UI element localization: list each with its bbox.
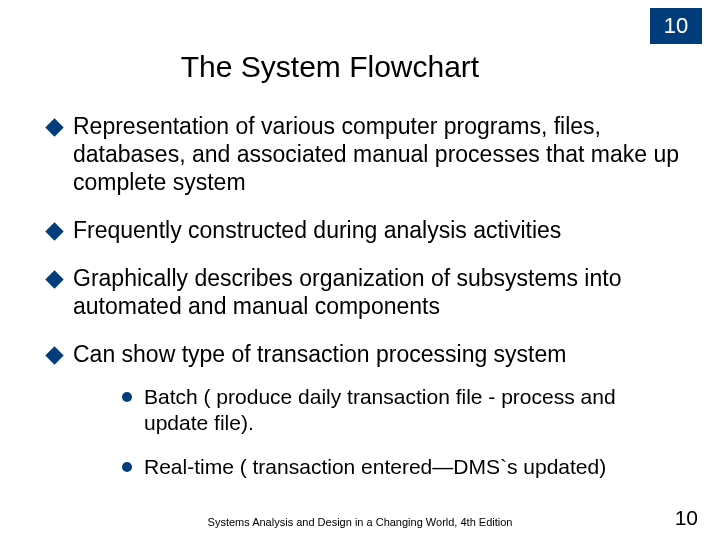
bullet-text: Frequently constructed during analysis a… [73, 216, 680, 244]
sub-bullet-item: Real-time ( transaction entered—DMS`s up… [122, 454, 650, 480]
circle-bullet-icon [122, 392, 132, 402]
sub-bullet-list: Batch ( produce daily transaction file -… [48, 384, 680, 479]
footer-citation: Systems Analysis and Design in a Changin… [0, 516, 720, 528]
bullet-text: Graphically describes organization of su… [73, 264, 680, 320]
diamond-bullet-icon [45, 222, 63, 240]
circle-bullet-icon [122, 462, 132, 472]
content-area: Representation of various computer progr… [0, 112, 720, 479]
sub-bullet-text: Real-time ( transaction entered—DMS`s up… [144, 454, 650, 480]
slide-number-top: 10 [664, 13, 688, 39]
bullet-text: Can show type of transaction processing … [73, 340, 680, 368]
diamond-bullet-icon [45, 347, 63, 365]
diamond-bullet-icon [45, 118, 63, 136]
bullet-item: Frequently constructed during analysis a… [48, 216, 680, 244]
sub-bullet-text: Batch ( produce daily transaction file -… [144, 384, 650, 435]
footer-page-number: 10 [675, 506, 698, 530]
slide-number-box: 10 [650, 8, 702, 44]
slide-title: The System Flowchart [0, 0, 720, 112]
diamond-bullet-icon [45, 270, 63, 288]
sub-bullet-item: Batch ( produce daily transaction file -… [122, 384, 650, 435]
bullet-item: Can show type of transaction processing … [48, 340, 680, 368]
bullet-item: Representation of various computer progr… [48, 112, 680, 196]
bullet-item: Graphically describes organization of su… [48, 264, 680, 320]
bullet-text: Representation of various computer progr… [73, 112, 680, 196]
